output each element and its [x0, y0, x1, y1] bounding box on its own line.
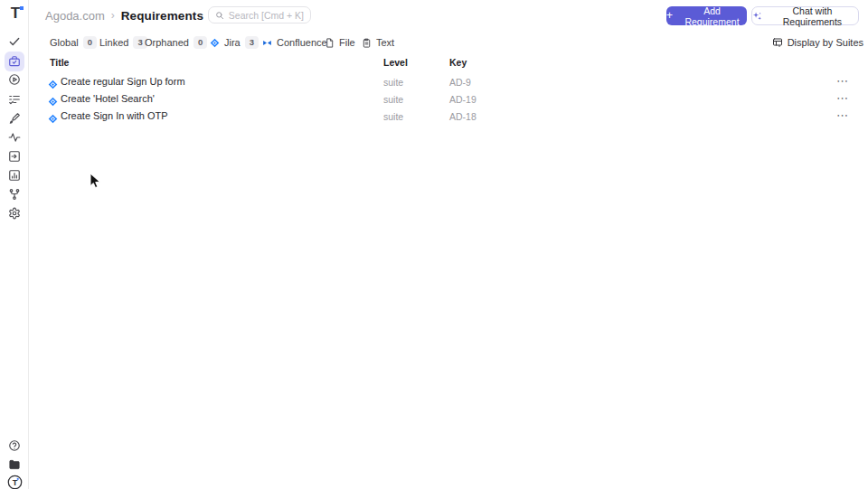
search-input[interactable]: Search [Cmd + K] [208, 6, 311, 24]
filter-orphaned[interactable]: Orphaned 0 [145, 34, 207, 51]
sidebar-item-activity[interactable] [5, 127, 24, 147]
plus-icon: + [666, 10, 673, 21]
filter-jira-count: 3 [245, 36, 259, 49]
branch-fork-icon [8, 188, 21, 201]
row-menu-button[interactable]: ⋯ [836, 91, 849, 105]
page-title: Requirements [121, 9, 203, 23]
help-icon [8, 439, 21, 452]
requirement-level: suite [383, 111, 403, 122]
sidebar-item-check[interactable] [5, 32, 24, 52]
breadcrumb-separator: › [111, 9, 115, 22]
requirement-key: AD-18 [449, 111, 476, 122]
profile-avatar: T [7, 475, 23, 489]
settings-gear-icon [8, 207, 21, 220]
filter-file[interactable]: File [325, 34, 355, 51]
list-checks-icon [8, 93, 21, 106]
requirement-key: AD-9 [449, 77, 471, 88]
app-window: T [0, 0, 868, 489]
sidebar-item-runs[interactable] [5, 70, 24, 89]
add-requirement-button[interactable]: + Add Requirement [666, 6, 747, 25]
add-requirement-label: Add Requirement [677, 5, 747, 27]
requirement-title[interactable]: Create regular Sign Up form [61, 76, 185, 87]
column-header-title: Title [50, 57, 69, 68]
file-icon [325, 38, 335, 48]
table-row[interactable]: Create 'Hotel Search' suite AD-19 ⋯ [29, 90, 868, 108]
sidebar-item-settings[interactable] [5, 203, 24, 223]
sidebar-item-help[interactable] [5, 436, 24, 456]
table-row[interactable]: Create regular Sign Up form suite AD-9 ⋯ [29, 73, 868, 90]
requirement-key: AD-19 [449, 94, 476, 105]
table-row[interactable]: Create Sign In with OTP suite AD-18 ⋯ [29, 108, 868, 125]
filter-orphaned-count: 0 [193, 36, 207, 49]
import-box-icon [8, 150, 21, 163]
folder-icon [8, 458, 21, 471]
filter-text[interactable]: Text [362, 34, 394, 51]
sidebar-item-design[interactable] [5, 108, 24, 128]
table-header: Title Level Key [29, 57, 868, 71]
main-content: Agoda.com › Requirements 3 Search [Cmd +… [29, 0, 868, 489]
filter-linked[interactable]: Linked 3 [99, 34, 147, 51]
confluence-icon [262, 38, 272, 48]
ai-sparkles-icon [752, 11, 762, 22]
app-logo-pixel [20, 6, 24, 10]
filter-global[interactable]: Global 0 [50, 34, 97, 51]
column-header-key: Key [449, 57, 467, 68]
clipboard-text-icon [362, 38, 372, 48]
sidebar-item-import[interactable] [5, 146, 24, 166]
requirement-level: suite [383, 94, 403, 105]
display-by-suites-toggle[interactable]: Display by Suites [772, 35, 863, 50]
run-play-icon [8, 73, 21, 86]
requirement-title[interactable]: Create Sign In with OTP [61, 110, 168, 121]
requirement-level: suite [383, 77, 403, 88]
filter-confluence[interactable]: Confluence [262, 34, 327, 51]
filter-jira[interactable]: Jira 3 [210, 34, 259, 51]
sidebar-item-analytics[interactable] [5, 165, 24, 185]
row-menu-button[interactable]: ⋯ [836, 74, 849, 88]
chat-with-requirements-button[interactable]: Chat with Requirements [751, 6, 859, 25]
column-header-level: Level [383, 57, 408, 68]
breadcrumb: Agoda.com › Requirements 3 [45, 7, 223, 24]
jira-icon [48, 111, 58, 127]
chat-with-requirements-label: Chat with Requirements [767, 5, 858, 27]
requirements-briefcase-icon [8, 55, 21, 68]
display-layout-icon [772, 37, 783, 48]
search-icon [215, 11, 224, 20]
jira-icon [210, 38, 220, 48]
search-placeholder: Search [Cmd + K] [229, 10, 304, 21]
requirement-title[interactable]: Create 'Hotel Search' [61, 93, 155, 104]
analytics-chart-icon [8, 169, 21, 182]
brush-icon [8, 112, 21, 125]
sidebar: T [0, 0, 29, 489]
breadcrumb-project[interactable]: Agoda.com [45, 9, 105, 23]
sidebar-item-requirements[interactable] [5, 52, 24, 71]
sidebar-item-branches[interactable] [5, 184, 24, 204]
check-icon [8, 35, 21, 48]
filter-global-count: 0 [83, 36, 97, 49]
row-menu-button[interactable]: ⋯ [836, 108, 849, 122]
sidebar-item-test-plans[interactable] [5, 89, 24, 109]
app-logo[interactable]: T [6, 5, 24, 23]
pulse-icon [8, 131, 21, 144]
sidebar-item-profile[interactable]: T [5, 472, 24, 489]
